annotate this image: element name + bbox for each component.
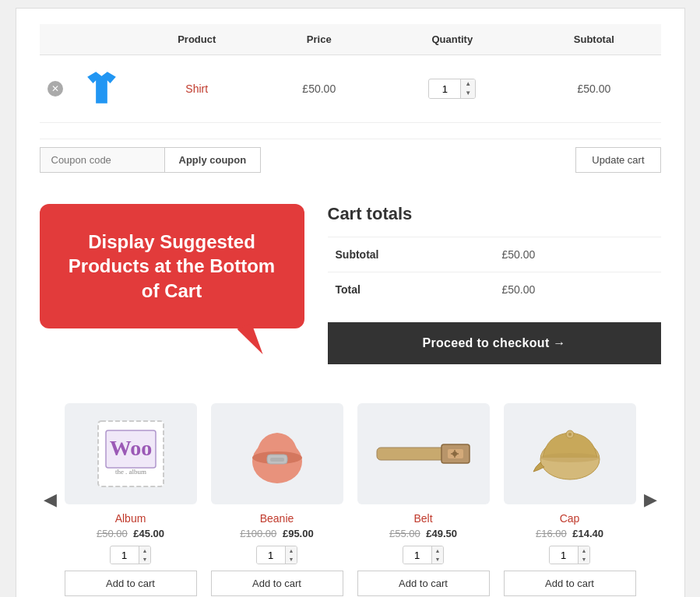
beanie-image xyxy=(242,419,312,489)
slider-next-button[interactable]: ▶ xyxy=(640,486,661,514)
cap-add-to-cart[interactable]: Add to cart xyxy=(504,571,636,596)
col-quantity-header: Quantity xyxy=(378,24,528,55)
subtotal-cell: £50.00 xyxy=(527,55,660,123)
qty-down-button[interactable]: ▼ xyxy=(461,89,475,98)
cap-new-price: £14.40 xyxy=(572,528,603,539)
beanie-price: £100.00 £95.00 xyxy=(211,528,343,539)
belt-qty-down[interactable]: ▼ xyxy=(432,555,444,564)
cap-qty-down[interactable]: ▼ xyxy=(579,555,590,564)
col-thumb xyxy=(71,24,133,55)
col-product-header: Product xyxy=(133,24,262,55)
coupon-area: Apply coupon xyxy=(40,147,262,173)
shirt-image xyxy=(80,66,123,109)
price-cell: £50.00 xyxy=(261,55,378,123)
cap-qty-control: ▲ ▼ xyxy=(549,546,591,564)
cap-image-box xyxy=(504,403,636,504)
cart-totals: Cart totals Subtotal £50.00 Total £50.00… xyxy=(328,204,661,364)
suggested-section: ◀ Woo the . album Album £50.00 £45.00 xyxy=(40,403,661,597)
update-cart-button[interactable]: Update cart xyxy=(575,147,660,173)
col-remove xyxy=(40,24,71,55)
thumb-cell xyxy=(71,55,133,123)
album-qty-input[interactable] xyxy=(111,547,139,564)
cap-link[interactable]: Cap xyxy=(504,512,636,525)
belt-image-box xyxy=(357,403,490,504)
beanie-old-price: £100.00 xyxy=(240,528,276,539)
total-row: Total £50.00 xyxy=(328,272,661,307)
callout-bubble: Display Suggested Products at the Bottom… xyxy=(40,204,304,328)
belt-link[interactable]: Belt xyxy=(357,512,490,525)
album-link[interactable]: Album xyxy=(65,512,197,525)
album-old-price: £50.00 xyxy=(97,528,128,539)
album-image: Woo the . album xyxy=(92,415,170,493)
svg-point-15 xyxy=(540,453,600,462)
bottom-section: Display Suggested Products at the Bottom… xyxy=(40,204,661,364)
album-image-box: Woo the . album xyxy=(65,403,197,504)
beanie-qty-control: ▲ ▼ xyxy=(256,546,298,564)
total-value: £50.00 xyxy=(494,272,661,307)
svg-point-17 xyxy=(568,433,572,436)
cart-actions: Apply coupon Update cart xyxy=(40,139,661,181)
coupon-input[interactable] xyxy=(40,147,164,173)
cart-totals-heading: Cart totals xyxy=(328,204,661,224)
product-card-album: Woo the . album Album £50.00 £45.00 ▲ ▼ xyxy=(65,403,197,596)
callout-text: Display Suggested Products at the Bottom… xyxy=(63,230,281,303)
beanie-qty-up[interactable]: ▲ xyxy=(286,546,297,555)
cart-table: Product Price Quantity Subtotal ✕ Shirt xyxy=(40,24,661,123)
col-price-header: Price xyxy=(261,24,378,55)
quantity-input[interactable] xyxy=(429,80,460,98)
svg-text:Woo: Woo xyxy=(109,436,151,460)
subtotal-value: £50.00 xyxy=(494,237,661,272)
slider-prev-button[interactable]: ◀ xyxy=(40,486,61,514)
belt-qty-control: ▲ ▼ xyxy=(403,546,445,564)
beanie-new-price: £95.00 xyxy=(283,528,314,539)
belt-qty-input[interactable] xyxy=(403,547,431,564)
belt-qty-up[interactable]: ▲ xyxy=(432,546,444,555)
cap-image xyxy=(527,419,613,489)
totals-table: Subtotal £50.00 Total £50.00 xyxy=(328,237,661,307)
belt-old-price: £55.00 xyxy=(389,528,420,539)
subtotal-label: Subtotal xyxy=(328,237,494,272)
quantity-control: ▲ ▼ xyxy=(428,79,476,99)
product-card-cap: Cap £16.00 £14.40 ▲ ▼ Add to cart xyxy=(504,403,636,596)
beanie-link[interactable]: Beanie xyxy=(211,512,343,525)
beanie-image-box xyxy=(211,403,343,504)
album-qty-up[interactable]: ▲ xyxy=(139,546,151,555)
product-card-belt: Belt £55.00 £49.50 ▲ ▼ Add to cart xyxy=(357,403,490,596)
beanie-qty-input[interactable] xyxy=(257,547,285,564)
cap-price: £16.00 £14.40 xyxy=(504,528,636,539)
album-qty-down[interactable]: ▼ xyxy=(139,555,151,564)
quantity-cell: ▲ ▼ xyxy=(378,55,528,123)
cap-qty-up[interactable]: ▲ xyxy=(579,546,590,555)
quantity-arrows: ▲ ▼ xyxy=(460,79,475,98)
cap-old-price: £16.00 xyxy=(536,528,567,539)
belt-new-price: £49.50 xyxy=(426,528,457,539)
album-price: £50.00 £45.00 xyxy=(65,528,197,539)
apply-coupon-button[interactable]: Apply coupon xyxy=(164,147,262,173)
album-qty-arrows: ▲ ▼ xyxy=(139,546,151,564)
beanie-qty-arrows: ▲ ▼ xyxy=(285,546,297,564)
product-name-cell: Shirt xyxy=(133,55,262,123)
total-label: Total xyxy=(328,272,494,307)
belt-add-to-cart[interactable]: Add to cart xyxy=(357,571,490,596)
product-card-beanie: Beanie £100.00 £95.00 ▲ ▼ Add to cart xyxy=(211,403,343,596)
belt-image xyxy=(373,430,474,477)
svg-rect-7 xyxy=(270,458,284,462)
qty-up-button[interactable]: ▲ xyxy=(461,79,475,89)
product-link[interactable]: Shirt xyxy=(185,83,208,95)
album-add-to-cart[interactable]: Add to cart xyxy=(65,571,197,596)
album-new-price: £45.00 xyxy=(133,528,164,539)
beanie-qty-down[interactable]: ▼ xyxy=(286,555,297,564)
belt-qty-arrows: ▲ ▼ xyxy=(431,546,444,564)
cart-row: ✕ Shirt £50.00 ▲ xyxy=(40,55,661,123)
checkout-button[interactable]: Proceed to checkout → xyxy=(328,322,661,364)
beanie-add-to-cart[interactable]: Add to cart xyxy=(211,571,343,596)
products-slider: ◀ Woo the . album Album £50.00 £45.00 xyxy=(40,403,661,596)
subtotal-row: Subtotal £50.00 xyxy=(328,237,661,272)
svg-text:the . album: the . album xyxy=(114,468,146,476)
col-subtotal-header: Subtotal xyxy=(527,24,660,55)
page-container: Product Price Quantity Subtotal ✕ Shirt xyxy=(16,8,685,597)
cap-qty-input[interactable] xyxy=(550,547,578,564)
belt-price: £55.00 £49.50 xyxy=(357,528,490,539)
remove-cell: ✕ xyxy=(40,55,71,123)
remove-item-button[interactable]: ✕ xyxy=(47,81,63,97)
